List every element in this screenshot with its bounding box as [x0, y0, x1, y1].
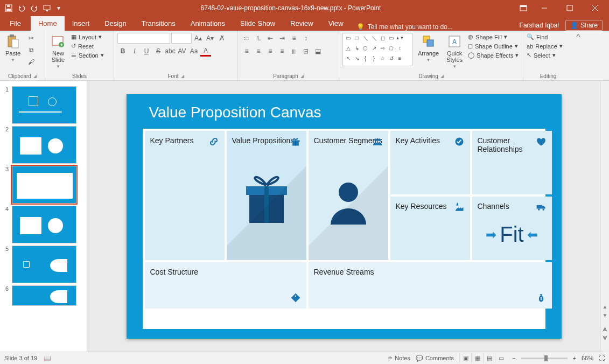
normal-view-button[interactable]: ▣ [459, 353, 471, 363]
layout-button[interactable]: ▦Layout▾ [71, 33, 104, 41]
slide-thumbnail-4[interactable] [12, 206, 76, 243]
comments-button[interactable]: 💬Comments [416, 355, 454, 362]
save-icon[interactable] [4, 4, 13, 12]
scroll-down-icon[interactable]: ▼ [602, 312, 608, 318]
tab-home[interactable]: Home [31, 16, 65, 31]
replace-button[interactable]: abReplace▾ [527, 42, 563, 50]
redo-icon[interactable] [30, 4, 39, 12]
reset-button[interactable]: ↺Reset [71, 42, 104, 50]
increase-indent-button[interactable]: ⇥ [277, 33, 288, 44]
new-slide-button[interactable]: ✦ New Slide ▼ [48, 33, 68, 70]
tab-file[interactable]: File [0, 16, 31, 31]
slide-thumbnail-6[interactable] [12, 285, 76, 306]
justify-button[interactable]: ≡ [277, 46, 288, 57]
scroll-up-icon[interactable]: ▲ [602, 303, 608, 310]
cell-key-activities[interactable]: Key Activities [390, 131, 470, 194]
tab-review[interactable]: Review [283, 16, 321, 31]
cell-value-propositions[interactable]: Value Propositions [227, 131, 306, 260]
start-from-beginning-icon[interactable] [43, 4, 52, 12]
spell-check-icon[interactable]: 📖 [44, 355, 51, 362]
paste-button[interactable]: Paste ▼ [3, 33, 23, 64]
smartart-button[interactable]: ⬓ [312, 46, 323, 57]
slide-thumbnail-2[interactable] [12, 126, 76, 164]
prev-slide-icon[interactable]: ⮝ [602, 326, 608, 332]
tell-me-search[interactable]: 💡 Tell me what you want to do... [351, 23, 458, 31]
shape-effects-button[interactable]: ◯Shape Effects▾ [468, 51, 519, 59]
reading-view-button[interactable]: ▤ [483, 353, 495, 363]
font-dialog-launcher[interactable]: ◢ [181, 74, 184, 79]
section-button[interactable]: ☰Section▾ [71, 51, 104, 59]
sorter-view-button[interactable]: ▦ [471, 353, 483, 363]
select-button[interactable]: ↖Select▾ [527, 51, 563, 59]
decrease-font-button[interactable]: A▾ [205, 33, 215, 44]
ribbon-display-options-icon[interactable] [516, 1, 531, 16]
slide-thumbnail-1[interactable] [12, 86, 76, 124]
slide[interactable]: Value Proposition Canvas Key Partners Ke… [127, 94, 562, 339]
copy-button[interactable]: ⧉ [26, 45, 37, 55]
user-name[interactable]: Farshad Iqbal [520, 22, 559, 29]
minimize-button[interactable] [532, 1, 556, 16]
quick-styles-button[interactable]: A Quick Styles▼ [444, 33, 465, 70]
text-direction-button[interactable]: ↕ [300, 33, 311, 44]
zoom-out-button[interactable]: − [512, 355, 515, 361]
zoom-percent[interactable]: 66% [582, 355, 593, 361]
shadow-button[interactable]: abc [165, 46, 176, 57]
cell-key-resources[interactable]: Key Resources [390, 197, 470, 260]
find-button[interactable]: 🔍Find [527, 33, 563, 41]
cell-key-partners[interactable]: Key Partners [145, 131, 225, 260]
zoom-slider[interactable] [521, 358, 568, 359]
shapes-gallery[interactable]: ▭□＼＼◻▭▲▼ △↳⬡↗⇨⬠↕ ↖↘{}☆↺≡ [342, 33, 412, 66]
slide-thumbnail-5[interactable] [12, 246, 76, 283]
next-slide-icon[interactable]: ⮟ [602, 334, 608, 341]
decrease-indent-button[interactable]: ⇤ [265, 33, 276, 44]
bold-button[interactable]: B [117, 46, 128, 57]
tab-slideshow[interactable]: Slide Show [233, 16, 283, 31]
undo-icon[interactable] [17, 4, 26, 12]
cell-customer-relationships[interactable]: Customer Relationships [472, 131, 552, 194]
change-case-button[interactable]: Aa [188, 46, 199, 57]
line-spacing-button[interactable]: ≡ [289, 33, 299, 44]
align-center-button[interactable]: ≡ [253, 46, 264, 57]
cell-revenue-streams[interactable]: Revenue Streams $ [309, 262, 552, 309]
notes-button[interactable]: ≐Notes [388, 355, 410, 362]
char-spacing-button[interactable]: AV [177, 46, 187, 57]
collapse-ribbon-button[interactable]: ^ [573, 31, 584, 80]
slide-thumbnail-panel[interactable]: 1 2 3 4 5 6 [0, 81, 87, 352]
fit-to-window-button[interactable]: ⛶ [599, 355, 605, 361]
font-size-input[interactable] [171, 33, 192, 44]
underline-button[interactable]: U [141, 46, 152, 57]
shape-outline-button[interactable]: ◻Shape Outline▾ [468, 42, 519, 50]
cell-customer-segments[interactable]: Customer Segments [309, 131, 388, 260]
cell-channels[interactable]: Channels ➡ Fit ⬅ [472, 197, 552, 260]
strikethrough-button[interactable]: S [153, 46, 164, 57]
format-painter-button[interactable]: 🖌 [26, 57, 37, 67]
slide-title[interactable]: Value Proposition Canvas [149, 104, 321, 121]
increase-font-button[interactable]: A▴ [193, 33, 204, 44]
clipboard-dialog-launcher[interactable]: ◢ [33, 74, 37, 79]
cell-cost-structure[interactable]: Cost Structure [145, 262, 306, 309]
drawing-dialog-launcher[interactable]: ◢ [440, 74, 444, 79]
bullets-button[interactable]: ≔ [241, 33, 252, 44]
share-button[interactable]: 👤 Share [565, 20, 603, 31]
maximize-button[interactable] [557, 1, 582, 16]
cut-button[interactable]: ✂ [26, 33, 37, 44]
slideshow-view-button[interactable]: ▭ [495, 353, 507, 363]
align-right-button[interactable]: ≡ [265, 46, 276, 57]
tab-transitions[interactable]: Transitions [134, 16, 183, 31]
tab-view[interactable]: View [321, 16, 351, 31]
shape-fill-button[interactable]: ◍Shape Fill▾ [468, 33, 519, 41]
close-button[interactable] [583, 1, 607, 16]
numbering-button[interactable]: ⒈ [253, 33, 264, 44]
vertical-scrollbar[interactable]: ▲ ▼ ⮝ ⮟ [600, 81, 609, 352]
italic-button[interactable]: I [129, 46, 140, 57]
zoom-in-button[interactable]: + [573, 355, 576, 361]
tab-design[interactable]: Design [97, 16, 134, 31]
tab-animations[interactable]: Animations [183, 16, 233, 31]
paragraph-dialog-launcher[interactable]: ◢ [300, 74, 304, 79]
align-text-button[interactable]: ⊟ [300, 46, 311, 57]
qat-customize-icon[interactable]: ▾ [56, 4, 61, 12]
font-name-input[interactable] [117, 33, 170, 44]
arrange-button[interactable]: Arrange▼ [416, 33, 441, 64]
clear-formatting-button[interactable]: A̸ [216, 33, 227, 44]
tab-insert[interactable]: Insert [65, 16, 97, 31]
